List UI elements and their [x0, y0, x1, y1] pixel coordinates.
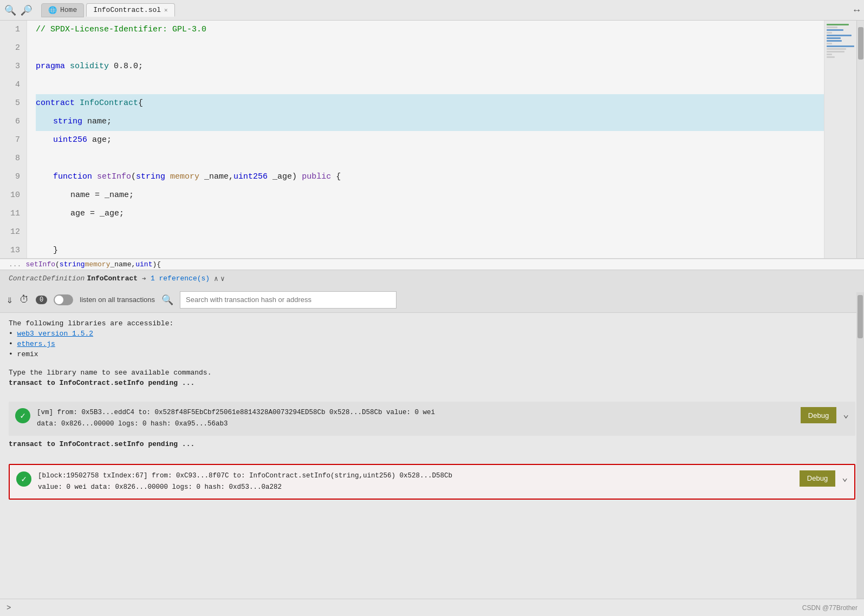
code-text-9e: memory — [170, 168, 204, 186]
code-line-11: age = _age; — [36, 205, 855, 223]
console-line-4: • remix — [9, 350, 855, 358]
arrow-right-icon: ➔ — [142, 274, 146, 283]
collapse-icon[interactable]: ⇓ — [7, 293, 13, 306]
terminal-scrollbar[interactable] — [856, 313, 864, 610]
tab-home[interactable]: 🌐 Home — [41, 3, 84, 17]
listen-toggle[interactable] — [54, 294, 73, 305]
code-line-10: name = _name; — [36, 186, 855, 205]
code-line-9: function setInfo ( string memory _name, … — [36, 168, 855, 186]
toggle-knob — [55, 296, 63, 304]
search-input[interactable] — [180, 291, 397, 309]
tx1-info: [vm] from: 0x5B3...eddC4 to: 0x528f48F5E… — [37, 407, 794, 430]
zoom-out-icon[interactable]: 🔍 — [4, 4, 16, 16]
nav-up-icon[interactable]: ∧ — [214, 274, 218, 283]
tab-infocontract[interactable]: InfoContract.sol ✕ — [86, 3, 174, 17]
terminal-scrollbar-thumb[interactable] — [857, 313, 863, 338]
line-num-6: 6 — [7, 113, 20, 131]
code-text-9j: { — [336, 168, 341, 186]
code-text-9g: uint256 — [233, 168, 272, 186]
terminal-area: ⇓ ⏱ 0 listen on all transactions 🔍 The f… — [0, 287, 864, 610]
code-text-3c: 0.8.0; — [114, 57, 143, 76]
code-text-9h: _age) — [272, 168, 302, 186]
tx2-line2: value: 0 wei data: 0x826...00000 logs: 0… — [38, 482, 793, 493]
code-text-3a: pragma — [36, 57, 70, 76]
partial-code-text: setInfo — [25, 260, 55, 268]
code-text-1: // SPDX-License-Identifier: GPL-3.0 — [36, 21, 206, 39]
zoom-controls: 🔍 🔍 — [4, 4, 33, 16]
console-line-2: • web3 version 1.5.2 — [9, 330, 855, 338]
code-content: // SPDX-License-Identifier: GPL-3.0 prag… — [27, 21, 864, 258]
transaction-row-2: ✓ [block:19502758 txIndex:67] from: 0xC9… — [9, 464, 855, 500]
line-num-7: 7 — [7, 131, 20, 149]
code-line-3: pragma solidity 0.8.0; — [36, 57, 855, 76]
tx2-success-icon: ✓ — [16, 471, 31, 487]
code-text-3b: solidity — [70, 57, 114, 76]
code-text-6a: string — [53, 113, 87, 131]
code-text-9b: setInfo — [97, 168, 131, 186]
code-line-5: contract InfoContract { — [36, 94, 855, 113]
tx1-debug-button[interactable]: Debug — [801, 407, 836, 423]
line-num-11: 11 — [7, 205, 20, 223]
status-bar: ContractDefinition InfoContract ➔ 1 refe… — [0, 270, 864, 287]
code-text-5c: { — [138, 94, 143, 113]
terminal-toolbar: ⇓ ⏱ 0 listen on all transactions 🔍 — [0, 287, 864, 313]
watermark-text: CSDN @77Brother — [802, 604, 857, 612]
code-text-9c: ( — [131, 168, 136, 186]
code-text-11: age = _age; — [70, 205, 124, 223]
code-text-10: name = _name; — [70, 186, 134, 205]
contract-definition-label: ContractDefinition — [9, 274, 85, 283]
tx1-line1: [vm] from: 0x5B3...eddC4 to: 0x528f48F5E… — [37, 407, 794, 418]
line-num-5: 5 — [7, 94, 20, 113]
console-line-1: The following libraries are accessible: — [9, 319, 855, 327]
code-text-9i: public — [302, 168, 336, 186]
tx1-success-icon: ✓ — [15, 408, 30, 423]
search-icon[interactable]: 🔍 — [161, 294, 173, 306]
code-text-9a: function — [53, 168, 97, 186]
zoom-in-icon[interactable]: 🔍 — [21, 4, 33, 16]
code-text-6b: name; — [87, 113, 112, 131]
code-text-9f: _name, — [204, 168, 233, 186]
ethers-link[interactable]: ethers.js — [17, 340, 55, 348]
tab-bar: 🔍 🔍 🌐 Home InfoContract.sol ✕ ↔ — [0, 0, 864, 21]
code-text-13: } — [53, 241, 58, 258]
tab-infocontract-label: InfoContract.sol — [93, 6, 161, 14]
code-line-7: uint256 age; — [36, 131, 855, 149]
line-num-12: 12 — [7, 223, 20, 241]
console-line-7: transact to InfoContract.setInfo pending… — [9, 440, 855, 448]
tx2-debug-button[interactable]: Debug — [800, 470, 835, 487]
code-line-2 — [36, 39, 855, 57]
globe-icon: 🌐 — [48, 6, 57, 15]
code-line-13: } — [36, 241, 855, 258]
web3-link[interactable]: web3 version 1.5.2 — [17, 330, 93, 338]
ref-count-label: 1 reference(s) — [151, 274, 210, 283]
line-num-1: 1 — [7, 21, 20, 39]
listen-label: listen on all transactions — [80, 296, 155, 304]
console-line-5: Type the library name to see available c… — [9, 369, 855, 377]
partial-code-line: ... setInfo ( string memory _name, uint … — [0, 259, 864, 270]
tx2-info: [block:19502758 txIndex:67] from: 0xC93.… — [38, 470, 793, 494]
code-text-9d: string — [136, 168, 170, 186]
terminal-arrow-icon[interactable]: > — [7, 604, 11, 612]
tx1-line2: data: 0x826...00000 logs: 0 hash: 0xa95.… — [37, 418, 794, 430]
transaction-row-1: ✓ [vm] from: 0x5B3...eddC4 to: 0x528f48F… — [9, 402, 855, 436]
line-num-13: 13 — [7, 241, 20, 259]
line-num-2: 2 — [7, 39, 20, 57]
code-text-5b: InfoContract — [80, 94, 138, 113]
editor-scrollbar-thumb[interactable] — [858, 27, 863, 60]
line-num-8: 8 — [7, 149, 20, 168]
editor-scrollbar[interactable] — [856, 21, 864, 258]
nav-down-icon[interactable]: ∨ — [220, 274, 225, 283]
resize-icon[interactable]: ↔ — [854, 5, 860, 16]
tab-close-icon[interactable]: ✕ — [164, 6, 168, 14]
code-line-12 — [36, 223, 855, 241]
clock-icon[interactable]: ⏱ — [20, 294, 29, 305]
console-line-3: • ethers.js — [9, 340, 855, 348]
tx2-chevron-icon[interactable]: ⌄ — [842, 471, 848, 483]
editor-minimap — [824, 21, 856, 258]
line-num-4: 4 — [7, 76, 20, 94]
tx-count-badge: 0 — [36, 296, 47, 304]
terminal-content: The following libraries are accessible: … — [0, 313, 864, 610]
tx1-chevron-icon[interactable]: ⌄ — [843, 408, 849, 420]
code-text-7b: age; — [92, 131, 112, 149]
code-line-4 — [36, 76, 855, 94]
